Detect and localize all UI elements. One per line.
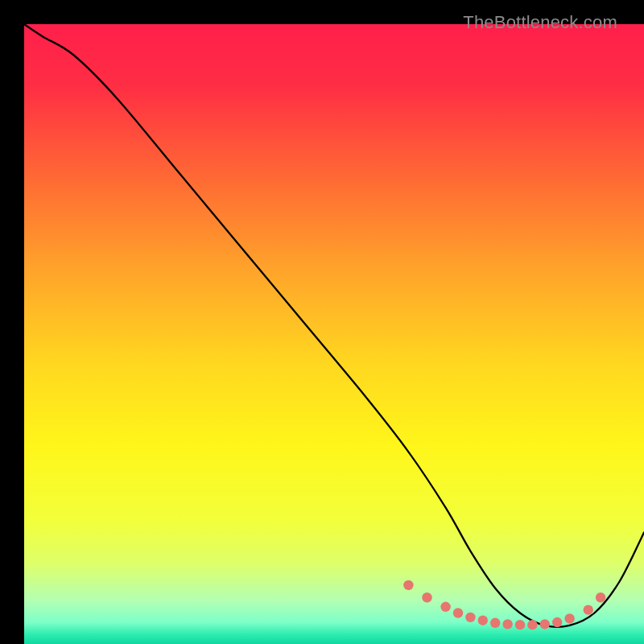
valley-dot [596, 592, 605, 602]
valley-dot [453, 608, 463, 617]
valley-dot [422, 592, 431, 602]
valley-dot [440, 602, 450, 612]
valley-dot [584, 605, 593, 614]
bottleneck-chart [24, 24, 644, 644]
watermark-label: TheBottleneck.com [463, 12, 617, 33]
valley-dot [490, 618, 500, 628]
valley-dot [478, 616, 488, 625]
valley-dot [515, 620, 525, 630]
chart-background [24, 24, 644, 644]
valley-dot [527, 620, 537, 630]
valley-dot [465, 613, 475, 622]
valley-dot [502, 619, 512, 629]
valley-dot [540, 619, 550, 629]
valley-dot [552, 617, 562, 627]
valley-dot [564, 613, 574, 623]
valley-dot [403, 580, 413, 590]
chart-frame: TheBottleneck.com [12, 12, 632, 632]
